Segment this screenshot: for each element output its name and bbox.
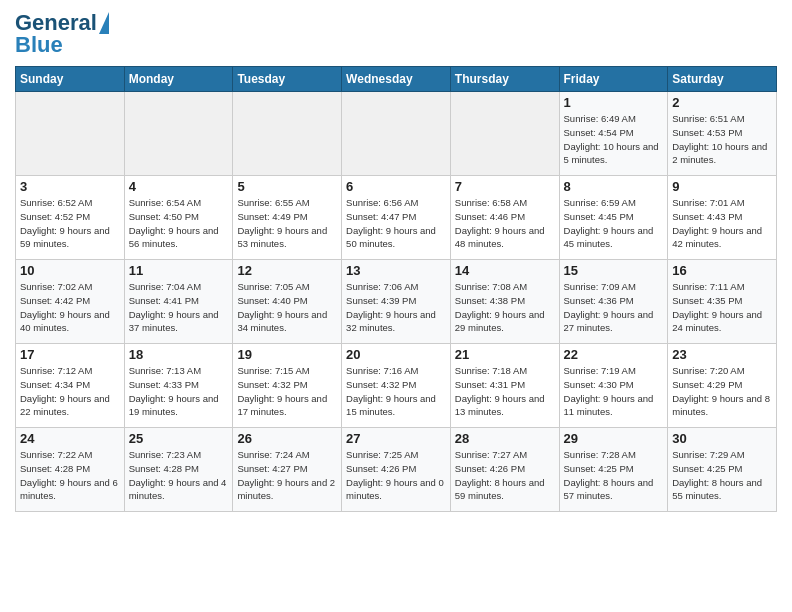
day-info: Sunrise: 7:20 AM Sunset: 4:29 PM Dayligh…: [672, 364, 772, 419]
day-number: 4: [129, 179, 229, 194]
logo-blue: Blue: [15, 32, 63, 58]
week-row-2: 3Sunrise: 6:52 AM Sunset: 4:52 PM Daylig…: [16, 176, 777, 260]
day-cell: 15Sunrise: 7:09 AM Sunset: 4:36 PM Dayli…: [559, 260, 668, 344]
day-cell: [342, 92, 451, 176]
day-info: Sunrise: 7:13 AM Sunset: 4:33 PM Dayligh…: [129, 364, 229, 419]
day-number: 20: [346, 347, 446, 362]
day-info: Sunrise: 6:52 AM Sunset: 4:52 PM Dayligh…: [20, 196, 120, 251]
day-number: 2: [672, 95, 772, 110]
day-info: Sunrise: 6:49 AM Sunset: 4:54 PM Dayligh…: [564, 112, 664, 167]
day-header-wednesday: Wednesday: [342, 67, 451, 92]
day-number: 14: [455, 263, 555, 278]
day-header-thursday: Thursday: [450, 67, 559, 92]
day-number: 19: [237, 347, 337, 362]
day-cell: 9Sunrise: 7:01 AM Sunset: 4:43 PM Daylig…: [668, 176, 777, 260]
day-info: Sunrise: 7:04 AM Sunset: 4:41 PM Dayligh…: [129, 280, 229, 335]
day-cell: 17Sunrise: 7:12 AM Sunset: 4:34 PM Dayli…: [16, 344, 125, 428]
day-header-monday: Monday: [124, 67, 233, 92]
day-info: Sunrise: 7:23 AM Sunset: 4:28 PM Dayligh…: [129, 448, 229, 503]
day-number: 6: [346, 179, 446, 194]
day-number: 23: [672, 347, 772, 362]
day-info: Sunrise: 7:25 AM Sunset: 4:26 PM Dayligh…: [346, 448, 446, 503]
day-number: 9: [672, 179, 772, 194]
day-cell: 21Sunrise: 7:18 AM Sunset: 4:31 PM Dayli…: [450, 344, 559, 428]
week-row-5: 24Sunrise: 7:22 AM Sunset: 4:28 PM Dayli…: [16, 428, 777, 512]
day-cell: 30Sunrise: 7:29 AM Sunset: 4:25 PM Dayli…: [668, 428, 777, 512]
day-cell: 23Sunrise: 7:20 AM Sunset: 4:29 PM Dayli…: [668, 344, 777, 428]
day-cell: 3Sunrise: 6:52 AM Sunset: 4:52 PM Daylig…: [16, 176, 125, 260]
day-cell: 13Sunrise: 7:06 AM Sunset: 4:39 PM Dayli…: [342, 260, 451, 344]
logo: General Blue: [15, 10, 109, 58]
day-info: Sunrise: 7:08 AM Sunset: 4:38 PM Dayligh…: [455, 280, 555, 335]
day-info: Sunrise: 7:09 AM Sunset: 4:36 PM Dayligh…: [564, 280, 664, 335]
day-cell: 1Sunrise: 6:49 AM Sunset: 4:54 PM Daylig…: [559, 92, 668, 176]
day-cell: 12Sunrise: 7:05 AM Sunset: 4:40 PM Dayli…: [233, 260, 342, 344]
day-header-friday: Friday: [559, 67, 668, 92]
day-number: 29: [564, 431, 664, 446]
day-info: Sunrise: 7:12 AM Sunset: 4:34 PM Dayligh…: [20, 364, 120, 419]
day-number: 5: [237, 179, 337, 194]
day-cell: 25Sunrise: 7:23 AM Sunset: 4:28 PM Dayli…: [124, 428, 233, 512]
day-info: Sunrise: 7:24 AM Sunset: 4:27 PM Dayligh…: [237, 448, 337, 503]
day-number: 7: [455, 179, 555, 194]
day-number: 10: [20, 263, 120, 278]
days-header-row: SundayMondayTuesdayWednesdayThursdayFrid…: [16, 67, 777, 92]
day-cell: 6Sunrise: 6:56 AM Sunset: 4:47 PM Daylig…: [342, 176, 451, 260]
day-info: Sunrise: 7:05 AM Sunset: 4:40 PM Dayligh…: [237, 280, 337, 335]
header: General Blue: [15, 10, 777, 58]
day-cell: [124, 92, 233, 176]
day-number: 17: [20, 347, 120, 362]
day-info: Sunrise: 7:15 AM Sunset: 4:32 PM Dayligh…: [237, 364, 337, 419]
day-number: 21: [455, 347, 555, 362]
day-number: 18: [129, 347, 229, 362]
day-number: 3: [20, 179, 120, 194]
day-cell: 29Sunrise: 7:28 AM Sunset: 4:25 PM Dayli…: [559, 428, 668, 512]
day-cell: 14Sunrise: 7:08 AM Sunset: 4:38 PM Dayli…: [450, 260, 559, 344]
day-header-sunday: Sunday: [16, 67, 125, 92]
day-info: Sunrise: 6:55 AM Sunset: 4:49 PM Dayligh…: [237, 196, 337, 251]
day-number: 13: [346, 263, 446, 278]
day-info: Sunrise: 7:16 AM Sunset: 4:32 PM Dayligh…: [346, 364, 446, 419]
day-info: Sunrise: 6:56 AM Sunset: 4:47 PM Dayligh…: [346, 196, 446, 251]
day-info: Sunrise: 7:11 AM Sunset: 4:35 PM Dayligh…: [672, 280, 772, 335]
day-number: 12: [237, 263, 337, 278]
day-cell: 2Sunrise: 6:51 AM Sunset: 4:53 PM Daylig…: [668, 92, 777, 176]
day-number: 1: [564, 95, 664, 110]
day-info: Sunrise: 7:19 AM Sunset: 4:30 PM Dayligh…: [564, 364, 664, 419]
day-cell: 28Sunrise: 7:27 AM Sunset: 4:26 PM Dayli…: [450, 428, 559, 512]
day-cell: 26Sunrise: 7:24 AM Sunset: 4:27 PM Dayli…: [233, 428, 342, 512]
calendar-table: SundayMondayTuesdayWednesdayThursdayFrid…: [15, 66, 777, 512]
day-number: 22: [564, 347, 664, 362]
day-number: 16: [672, 263, 772, 278]
day-cell: [16, 92, 125, 176]
day-cell: 20Sunrise: 7:16 AM Sunset: 4:32 PM Dayli…: [342, 344, 451, 428]
day-cell: [233, 92, 342, 176]
day-info: Sunrise: 7:06 AM Sunset: 4:39 PM Dayligh…: [346, 280, 446, 335]
day-info: Sunrise: 7:02 AM Sunset: 4:42 PM Dayligh…: [20, 280, 120, 335]
week-row-4: 17Sunrise: 7:12 AM Sunset: 4:34 PM Dayli…: [16, 344, 777, 428]
week-row-1: 1Sunrise: 6:49 AM Sunset: 4:54 PM Daylig…: [16, 92, 777, 176]
day-cell: 19Sunrise: 7:15 AM Sunset: 4:32 PM Dayli…: [233, 344, 342, 428]
day-cell: 5Sunrise: 6:55 AM Sunset: 4:49 PM Daylig…: [233, 176, 342, 260]
day-number: 24: [20, 431, 120, 446]
day-cell: 24Sunrise: 7:22 AM Sunset: 4:28 PM Dayli…: [16, 428, 125, 512]
day-cell: 7Sunrise: 6:58 AM Sunset: 4:46 PM Daylig…: [450, 176, 559, 260]
day-cell: 10Sunrise: 7:02 AM Sunset: 4:42 PM Dayli…: [16, 260, 125, 344]
day-cell: [450, 92, 559, 176]
day-cell: 18Sunrise: 7:13 AM Sunset: 4:33 PM Dayli…: [124, 344, 233, 428]
day-info: Sunrise: 6:59 AM Sunset: 4:45 PM Dayligh…: [564, 196, 664, 251]
day-number: 28: [455, 431, 555, 446]
day-number: 26: [237, 431, 337, 446]
day-header-saturday: Saturday: [668, 67, 777, 92]
day-info: Sunrise: 6:54 AM Sunset: 4:50 PM Dayligh…: [129, 196, 229, 251]
day-header-tuesday: Tuesday: [233, 67, 342, 92]
week-row-3: 10Sunrise: 7:02 AM Sunset: 4:42 PM Dayli…: [16, 260, 777, 344]
day-number: 27: [346, 431, 446, 446]
day-cell: 8Sunrise: 6:59 AM Sunset: 4:45 PM Daylig…: [559, 176, 668, 260]
day-info: Sunrise: 7:18 AM Sunset: 4:31 PM Dayligh…: [455, 364, 555, 419]
day-info: Sunrise: 7:01 AM Sunset: 4:43 PM Dayligh…: [672, 196, 772, 251]
day-number: 11: [129, 263, 229, 278]
day-cell: 4Sunrise: 6:54 AM Sunset: 4:50 PM Daylig…: [124, 176, 233, 260]
day-cell: 11Sunrise: 7:04 AM Sunset: 4:41 PM Dayli…: [124, 260, 233, 344]
day-number: 8: [564, 179, 664, 194]
